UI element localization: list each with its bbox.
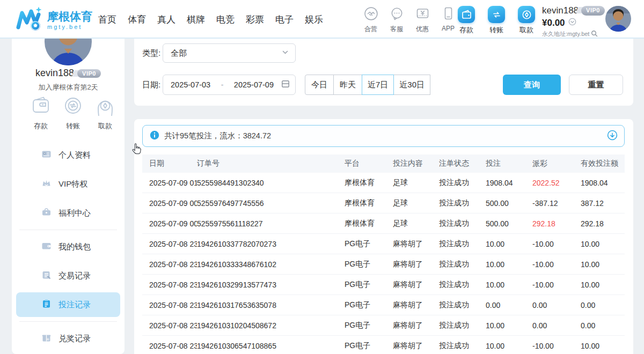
transfer-outline-icon bbox=[63, 95, 83, 118]
join-days-text: 加入摩根体育第2天 bbox=[12, 83, 125, 92]
sidebar-deposit-label: 存款 bbox=[34, 121, 48, 131]
username[interactable]: kevin188 bbox=[542, 5, 579, 16]
type-select-value: 全部 bbox=[171, 48, 282, 58]
partner-button[interactable]: 合营 bbox=[361, 6, 381, 34]
column-header: 订单号 bbox=[197, 159, 345, 168]
sidebar-item-wallet[interactable]: 我的钱包 bbox=[12, 234, 125, 259]
app-label: APP bbox=[442, 25, 455, 32]
table-row[interactable]: 2025-07-08 23:42:51 1942610337782070273 … bbox=[142, 234, 625, 254]
permanent-address: 永久地址:mgty.bet bbox=[542, 31, 589, 38]
balance-dropdown-icon[interactable] bbox=[568, 18, 576, 28]
date-from-value[interactable]: 2025-07-03 bbox=[171, 80, 210, 89]
table-row[interactable]: 2025-07-08 23:42:44 1942610310204508672 … bbox=[142, 315, 625, 336]
user-block: kevin188 VIP0 ¥0.00 永久地址:mgty.bet bbox=[542, 5, 612, 39]
sidebar-item-label: 交易记录 bbox=[58, 271, 91, 281]
quick-range-button[interactable]: 昨天 bbox=[333, 75, 362, 95]
table-row[interactable]: 2025-07-08 23:42:43 1942610306547108865 … bbox=[142, 336, 625, 354]
table-row[interactable]: 2025-07-09 00:24:13 5255975561118227 摩根体… bbox=[142, 213, 625, 234]
smartphone-icon bbox=[441, 6, 456, 23]
cell-bet-content: 麻将胡了 bbox=[393, 260, 439, 269]
withdraw-outline-icon bbox=[95, 95, 115, 118]
cell-platform: PG电子 bbox=[345, 300, 393, 310]
transfer-arrows-icon bbox=[488, 6, 505, 23]
sidebar-deposit-button[interactable]: 存款 bbox=[28, 95, 54, 131]
main-nav: 首页 体育 真人 棋牌 电竞 彩票 电子 娱乐 bbox=[98, 0, 323, 39]
nav-item[interactable]: 娱乐 bbox=[305, 13, 323, 26]
table-row[interactable]: 2025-07-09 01:13:50 5255984491302340 摩根体… bbox=[142, 173, 625, 193]
calendar-icon bbox=[281, 79, 290, 90]
transaction-record-icon bbox=[41, 270, 52, 282]
cell-order-number: 1942610337782070273 bbox=[197, 240, 345, 248]
cell-order-number: 1942610317653635078 bbox=[197, 301, 345, 309]
cell-payout: -10.00 bbox=[532, 342, 581, 350]
sidebar-username: kevin188 bbox=[35, 68, 74, 79]
cell-payout: 292.18 bbox=[532, 219, 581, 228]
transfer-button[interactable]: 转账 bbox=[485, 6, 508, 35]
table-row[interactable]: 2025-07-08 23:42:46 1942610317653635078 … bbox=[142, 295, 625, 315]
search-button[interactable]: 查询 bbox=[503, 75, 561, 95]
table-row[interactable]: 2025-07-08 23:42:49 1942610329913577473 … bbox=[142, 275, 625, 295]
date-range-separator: - bbox=[215, 80, 230, 89]
nav-item[interactable]: 电子 bbox=[275, 13, 294, 26]
sidebar-item-profile[interactable]: 个人资料 bbox=[12, 143, 125, 167]
sidebar-item-benefits[interactable]: 福利中心 bbox=[12, 201, 125, 225]
logo[interactable]: 摩根体育 mgty.bet bbox=[15, 5, 92, 35]
cell-bet-content: 足球 bbox=[393, 178, 439, 188]
deposit-button[interactable]: 存款 bbox=[455, 6, 478, 35]
support-label: 客服 bbox=[390, 25, 403, 34]
sidebar-item-transactions[interactable]: 交易记录 bbox=[12, 263, 125, 288]
cell-bet-amount: 1908.04 bbox=[486, 179, 532, 187]
withdraw-button[interactable]: 取款 bbox=[515, 6, 538, 35]
sidebar-item-prize-records[interactable]: R 兑奖记录 bbox=[12, 326, 125, 351]
sidebar: kevin188 VIP0 加入摩根体育第2天 存款 bbox=[12, 39, 125, 354]
summary-text: 共计95笔投注，流水：3824.72 bbox=[164, 131, 602, 141]
quick-range-button[interactable]: 近30日 bbox=[393, 75, 430, 95]
cell-status: 投注成功 bbox=[439, 341, 486, 351]
promo-button[interactable]: 优惠 bbox=[412, 6, 433, 34]
cell-date: 2025-07-08 23:42:44 bbox=[149, 321, 197, 330]
support-button[interactable]: 客服 bbox=[386, 6, 407, 34]
sidebar-transfer-button[interactable]: 转账 bbox=[60, 95, 86, 131]
sidebar-quick-actions: 存款 转账 bbox=[28, 95, 118, 131]
withdraw-coin-icon bbox=[518, 6, 535, 23]
quick-range-button[interactable]: 今日 bbox=[305, 75, 334, 95]
nav-item[interactable]: 电竞 bbox=[216, 13, 235, 26]
cell-status: 投注成功 bbox=[439, 219, 486, 228]
expand-circle-icon[interactable] bbox=[607, 130, 618, 143]
nav-item[interactable]: 彩票 bbox=[246, 13, 264, 26]
cell-bet-content: 足球 bbox=[393, 198, 439, 208]
sidebar-item-label: 个人资料 bbox=[58, 150, 91, 160]
date-to-value[interactable]: 2025-07-09 bbox=[234, 80, 274, 89]
cell-status: 投注成功 bbox=[439, 260, 486, 269]
withdraw-label: 取款 bbox=[519, 25, 533, 35]
type-select[interactable]: 全部 bbox=[163, 43, 296, 63]
balance-amount: ¥0.00 bbox=[542, 17, 565, 28]
date-range-picker[interactable]: 2025-07-03 - 2025-07-09 bbox=[163, 75, 296, 95]
cell-valid-amount: 292.18 bbox=[581, 219, 625, 228]
table-row[interactable]: 2025-07-09 00:29:25 5255976497745556 摩根体… bbox=[142, 193, 625, 213]
sidebar-menu: 个人资料 VIP特权 bbox=[12, 143, 125, 354]
cell-payout: -387.12 bbox=[532, 199, 581, 208]
sidebar-avatar[interactable] bbox=[45, 39, 92, 65]
sidebar-withdraw-button[interactable]: 取款 bbox=[92, 95, 118, 131]
cell-bet-amount: 10.00 bbox=[486, 260, 532, 269]
chat-bubble-icon bbox=[390, 6, 404, 23]
cell-bet-content: 麻将胡了 bbox=[393, 321, 439, 330]
avatar[interactable] bbox=[605, 6, 631, 32]
cell-platform: PG电子 bbox=[345, 260, 393, 269]
cell-bet-content: 麻将胡了 bbox=[393, 341, 439, 351]
sidebar-item-label: 我的钱包 bbox=[58, 242, 91, 252]
yuan-coupon-icon bbox=[415, 6, 430, 23]
nav-item[interactable]: 体育 bbox=[128, 13, 146, 26]
nav-item[interactable]: 真人 bbox=[157, 13, 175, 26]
reset-button[interactable]: 重置 bbox=[569, 75, 623, 95]
nav-item[interactable]: 首页 bbox=[98, 13, 116, 26]
table-row[interactable]: 2025-07-08 23:42:50 1942610333348676102 … bbox=[142, 254, 625, 275]
column-header: 投注 bbox=[486, 159, 532, 168]
magnifier-icon[interactable] bbox=[591, 30, 598, 39]
nav-item[interactable]: 棋牌 bbox=[187, 13, 205, 26]
cell-platform: PG电子 bbox=[345, 280, 393, 290]
quick-range-button[interactable]: 近7日 bbox=[362, 75, 394, 95]
sidebar-item-vip[interactable]: VIP特权 bbox=[12, 172, 125, 196]
sidebar-item-bet-records[interactable]: 投注记录 bbox=[16, 292, 120, 317]
